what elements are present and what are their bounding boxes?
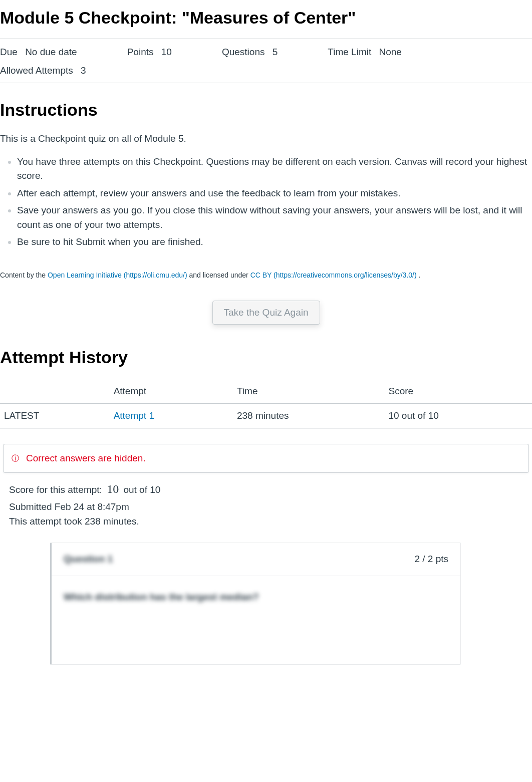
- divider-bottom: [0, 83, 532, 83]
- divider-top: [0, 39, 532, 39]
- question-stem: Which distribution has the largest media…: [64, 592, 259, 602]
- points-value: 10: [161, 47, 172, 57]
- instruction-item: Be sure to hit Submit when you are finis…: [17, 233, 532, 251]
- points-label: Points: [127, 47, 154, 57]
- instruction-item: After each attempt, review your answers …: [17, 185, 532, 202]
- info-icon: ⓘ: [12, 453, 19, 464]
- attrib-mid: and licensed under: [189, 271, 248, 279]
- instruction-item: Save your answers as you go. If you clos…: [17, 202, 532, 233]
- col-time: Time: [233, 379, 384, 404]
- score-value: 10: [107, 482, 119, 495]
- score-suffix: out of 10: [123, 484, 160, 495]
- questions-value: 5: [273, 47, 278, 57]
- col-score: Score: [384, 379, 532, 404]
- score-label: Score for this attempt:: [9, 484, 102, 495]
- time-limit-label: Time Limit: [328, 47, 371, 57]
- due-value: No due date: [25, 47, 77, 57]
- question-body: Which distribution has the largest media…: [52, 576, 460, 665]
- oli-link[interactable]: Open Learning Initiative: [48, 271, 122, 279]
- question-title: Question 1: [64, 552, 113, 567]
- col-blank: [0, 379, 110, 404]
- attrib-prefix: Content by the: [0, 271, 46, 279]
- instructions-list: You have three attempts on this Checkpoi…: [0, 153, 532, 251]
- question-points: 2 / 2 pts: [414, 552, 448, 567]
- score-line: Score for this attempt: 10 out of 10: [9, 480, 532, 498]
- meta-points: Points 10: [127, 45, 172, 60]
- hidden-answers-alert: ⓘ Correct answers are hidden.: [3, 444, 529, 473]
- attempts-label: Allowed Attempts: [0, 65, 73, 76]
- attempt-history-table: Attempt Time Score LATEST Attempt 1 238 …: [0, 379, 532, 429]
- attempts-value: 3: [81, 65, 86, 76]
- cc-url: (https://creativecommons.org/licenses/by…: [274, 271, 417, 279]
- col-attempt: Attempt: [110, 379, 233, 404]
- attribution-line: Content by the Open Learning Initiative …: [0, 270, 532, 281]
- question-header: Question 1 2 / 2 pts: [52, 543, 460, 576]
- take-quiz-again-button[interactable]: Take the Quiz Again: [212, 301, 320, 325]
- attempt-score: 10 out of 10: [384, 404, 532, 429]
- oli-url: (https://oli.cmu.edu/): [124, 271, 187, 279]
- meta-row-2: Allowed Attempts 3: [0, 62, 532, 80]
- attempt-history-heading: Attempt History: [0, 345, 532, 370]
- duration-line: This attempt took 238 minutes.: [9, 514, 532, 529]
- attempt-time: 238 minutes: [233, 404, 384, 429]
- attrib-suffix: .: [419, 271, 421, 279]
- question-card: Question 1 2 / 2 pts Which distribution …: [50, 543, 461, 665]
- instructions-intro: This is a Checkpoint quiz on all of Modu…: [0, 132, 532, 146]
- instructions-heading: Instructions: [0, 97, 532, 123]
- attempt-link[interactable]: Attempt 1: [114, 410, 154, 421]
- meta-time-limit: Time Limit None: [328, 45, 402, 60]
- meta-row-1: Due No due date Points 10 Questions 5 Ti…: [0, 43, 532, 62]
- due-label: Due: [0, 47, 18, 57]
- page-title: Module 5 Checkpoint: "Measures of Center…: [0, 5, 532, 31]
- meta-questions: Questions 5: [222, 45, 278, 60]
- meta-due: Due No due date: [0, 45, 77, 60]
- time-limit-value: None: [379, 47, 402, 57]
- table-row: LATEST Attempt 1 238 minutes 10 out of 1…: [0, 404, 532, 429]
- alert-text: Correct answers are hidden.: [26, 451, 146, 466]
- meta-attempts: Allowed Attempts 3: [0, 64, 86, 78]
- latest-label: LATEST: [0, 404, 110, 429]
- submitted-line: Submitted Feb 24 at 8:47pm: [9, 500, 532, 514]
- cc-link[interactable]: CC BY: [250, 271, 272, 279]
- questions-label: Questions: [222, 47, 265, 57]
- table-header-row: Attempt Time Score: [0, 379, 532, 404]
- instruction-item: You have three attempts on this Checkpoi…: [17, 153, 532, 185]
